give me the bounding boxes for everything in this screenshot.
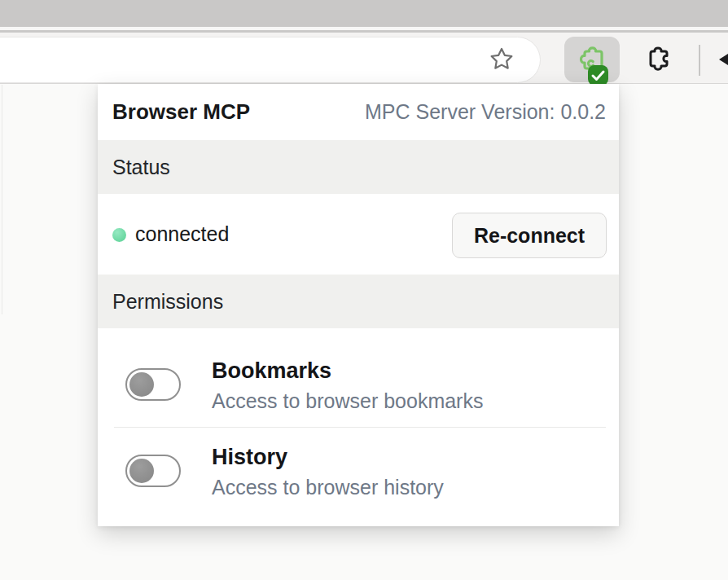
- popup-header: Browser MCP MPC Server Version: 0.0.2: [98, 84, 619, 140]
- permission-description: Access to browser bookmarks: [212, 389, 483, 413]
- extensions-menu-button[interactable]: [642, 43, 673, 74]
- window-titlebar: [0, 0, 728, 27]
- browser-window: Browser MCP MPC Server Version: 0.0.2 St…: [0, 0, 728, 580]
- browser-mcp-popup: Browser MCP MPC Server Version: 0.0.2 St…: [98, 84, 619, 526]
- server-version-label: MPC Server Version: 0.0.2: [365, 100, 606, 124]
- connection-state-label: connected: [135, 194, 229, 275]
- permission-name: Bookmarks: [212, 358, 483, 384]
- browser-mcp-extension-button[interactable]: [564, 37, 620, 82]
- reconnect-button[interactable]: Re-connect: [452, 213, 607, 258]
- status-section-header: Status: [98, 140, 619, 194]
- permission-name: History: [212, 444, 444, 470]
- toggle-knob: [129, 459, 154, 483]
- connected-status-dot: [112, 228, 126, 242]
- permissions-section-header: Permissions: [98, 275, 619, 328]
- permission-text: History Access to browser history: [212, 444, 444, 499]
- clipped-toolbar-icon[interactable]: [719, 54, 728, 65]
- status-header-label: Status: [112, 156, 170, 179]
- bookmarks-toggle[interactable]: [125, 368, 181, 401]
- permission-description: Access to browser history: [212, 475, 444, 499]
- bookmark-star-button[interactable]: [486, 44, 517, 75]
- toggle-knob: [129, 372, 154, 397]
- star-icon: [486, 65, 517, 77]
- permission-text: Bookmarks Access to browser bookmarks: [212, 358, 483, 413]
- browser-toolbar: [0, 33, 728, 84]
- page-content-edge: [2, 85, 2, 314]
- popup-title: Browser MCP: [112, 99, 250, 125]
- permissions-header-label: Permissions: [112, 290, 223, 314]
- history-toggle[interactable]: [125, 455, 181, 487]
- check-icon: [588, 65, 608, 86]
- status-row: connected Re-connect: [98, 194, 619, 275]
- extensions-puzzle-icon: [642, 64, 673, 77]
- connected-check-badge: [588, 65, 608, 86]
- toolbar-divider: [699, 45, 700, 76]
- permission-row-bookmarks: Bookmarks Access to browser bookmarks: [98, 328, 619, 428]
- address-bar[interactable]: [0, 37, 541, 83]
- permission-row-history: History Access to browser history: [98, 428, 619, 526]
